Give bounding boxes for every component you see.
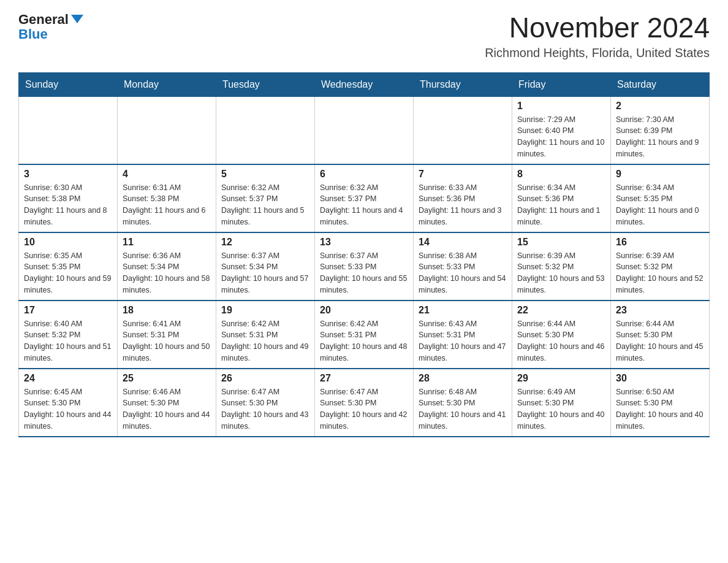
calendar-week-row: 10Sunrise: 6:35 AM Sunset: 5:35 PM Dayli…	[19, 232, 710, 301]
day-info: Sunrise: 6:50 AM Sunset: 5:30 PM Dayligh…	[616, 386, 704, 432]
calendar-cell: 30Sunrise: 6:50 AM Sunset: 5:30 PM Dayli…	[611, 369, 710, 437]
day-number: 29	[517, 373, 605, 384]
day-info: Sunrise: 6:33 AM Sunset: 5:36 PM Dayligh…	[419, 182, 507, 228]
day-info: Sunrise: 6:35 AM Sunset: 5:35 PM Dayligh…	[24, 250, 112, 296]
day-info: Sunrise: 6:47 AM Sunset: 5:30 PM Dayligh…	[320, 386, 408, 432]
calendar-cell: 18Sunrise: 6:41 AM Sunset: 5:31 PM Dayli…	[118, 301, 216, 369]
day-info: Sunrise: 6:46 AM Sunset: 5:30 PM Dayligh…	[123, 386, 211, 432]
calendar-cell: 3Sunrise: 6:30 AM Sunset: 5:38 PM Daylig…	[19, 164, 118, 232]
calendar-cell: 23Sunrise: 6:44 AM Sunset: 5:30 PM Dayli…	[611, 301, 710, 369]
calendar-cell: 11Sunrise: 6:36 AM Sunset: 5:34 PM Dayli…	[118, 232, 216, 301]
calendar-cell: 16Sunrise: 6:39 AM Sunset: 5:32 PM Dayli…	[611, 232, 710, 301]
day-number: 4	[123, 169, 211, 180]
day-of-week-header: Saturday	[611, 72, 710, 96]
calendar-cell: 17Sunrise: 6:40 AM Sunset: 5:32 PM Dayli…	[19, 301, 118, 369]
day-number: 14	[419, 237, 507, 248]
day-info: Sunrise: 6:49 AM Sunset: 5:30 PM Dayligh…	[517, 386, 605, 432]
day-number: 11	[123, 237, 211, 248]
day-number: 24	[24, 373, 112, 384]
day-number: 30	[616, 373, 704, 384]
day-number: 19	[221, 305, 309, 316]
calendar-cell: 15Sunrise: 6:39 AM Sunset: 5:32 PM Dayli…	[512, 232, 611, 301]
calendar-cell: 2Sunrise: 7:30 AM Sunset: 6:39 PM Daylig…	[611, 96, 710, 164]
day-number: 13	[320, 237, 408, 248]
day-of-week-header: Tuesday	[216, 72, 315, 96]
day-info: Sunrise: 6:42 AM Sunset: 5:31 PM Dayligh…	[221, 318, 309, 364]
day-info: Sunrise: 6:38 AM Sunset: 5:33 PM Dayligh…	[419, 250, 507, 296]
day-info: Sunrise: 6:45 AM Sunset: 5:30 PM Dayligh…	[24, 386, 112, 432]
day-number: 2	[616, 101, 704, 112]
day-of-week-header: Friday	[512, 72, 611, 96]
calendar-body: 1Sunrise: 7:29 AM Sunset: 6:40 PM Daylig…	[19, 96, 710, 437]
day-number: 20	[320, 305, 408, 316]
day-info: Sunrise: 6:32 AM Sunset: 5:37 PM Dayligh…	[320, 182, 408, 228]
calendar-cell: 22Sunrise: 6:44 AM Sunset: 5:30 PM Dayli…	[512, 301, 611, 369]
calendar-cell	[315, 96, 414, 164]
calendar-cell	[118, 96, 216, 164]
page-subtitle: Richmond Heights, Florida, United States	[485, 46, 710, 60]
day-number: 27	[320, 373, 408, 384]
calendar-week-row: 3Sunrise: 6:30 AM Sunset: 5:38 PM Daylig…	[19, 164, 710, 232]
day-number: 21	[419, 305, 507, 316]
day-number: 22	[517, 305, 605, 316]
calendar-cell: 9Sunrise: 6:34 AM Sunset: 5:35 PM Daylig…	[611, 164, 710, 232]
day-number: 23	[616, 305, 704, 316]
calendar-week-row: 1Sunrise: 7:29 AM Sunset: 6:40 PM Daylig…	[19, 96, 710, 164]
day-number: 9	[616, 169, 704, 180]
day-info: Sunrise: 6:37 AM Sunset: 5:33 PM Dayligh…	[320, 250, 408, 296]
calendar-cell: 28Sunrise: 6:48 AM Sunset: 5:30 PM Dayli…	[414, 369, 512, 437]
day-number: 7	[419, 169, 507, 180]
day-number: 25	[123, 373, 211, 384]
calendar-cell: 24Sunrise: 6:45 AM Sunset: 5:30 PM Dayli…	[19, 369, 118, 437]
day-info: Sunrise: 6:48 AM Sunset: 5:30 PM Dayligh…	[419, 386, 507, 432]
day-number: 26	[221, 373, 309, 384]
logo-triangle-icon	[71, 15, 83, 23]
calendar-week-row: 17Sunrise: 6:40 AM Sunset: 5:32 PM Dayli…	[19, 301, 710, 369]
logo: General Blue	[18, 12, 83, 42]
day-number: 16	[616, 237, 704, 248]
calendar-cell: 26Sunrise: 6:47 AM Sunset: 5:30 PM Dayli…	[216, 369, 315, 437]
calendar-week-row: 24Sunrise: 6:45 AM Sunset: 5:30 PM Dayli…	[19, 369, 710, 437]
day-number: 17	[24, 305, 112, 316]
calendar-cell: 13Sunrise: 6:37 AM Sunset: 5:33 PM Dayli…	[315, 232, 414, 301]
calendar-header: SundayMondayTuesdayWednesdayThursdayFrid…	[19, 72, 710, 96]
day-number: 15	[517, 237, 605, 248]
day-of-week-header: Thursday	[414, 72, 512, 96]
day-info: Sunrise: 6:44 AM Sunset: 5:30 PM Dayligh…	[517, 318, 605, 364]
calendar-cell: 14Sunrise: 6:38 AM Sunset: 5:33 PM Dayli…	[414, 232, 512, 301]
day-info: Sunrise: 6:40 AM Sunset: 5:32 PM Dayligh…	[24, 318, 112, 364]
calendar-cell	[216, 96, 315, 164]
day-info: Sunrise: 6:30 AM Sunset: 5:38 PM Dayligh…	[24, 182, 112, 228]
calendar-cell: 19Sunrise: 6:42 AM Sunset: 5:31 PM Dayli…	[216, 301, 315, 369]
calendar-cell: 27Sunrise: 6:47 AM Sunset: 5:30 PM Dayli…	[315, 369, 414, 437]
calendar-cell: 7Sunrise: 6:33 AM Sunset: 5:36 PM Daylig…	[414, 164, 512, 232]
page-title: November 2024	[485, 12, 710, 44]
day-number: 1	[517, 101, 605, 112]
day-info: Sunrise: 6:39 AM Sunset: 5:32 PM Dayligh…	[517, 250, 605, 296]
day-info: Sunrise: 6:39 AM Sunset: 5:32 PM Dayligh…	[616, 250, 704, 296]
day-info: Sunrise: 6:36 AM Sunset: 5:34 PM Dayligh…	[123, 250, 211, 296]
day-info: Sunrise: 7:30 AM Sunset: 6:39 PM Dayligh…	[616, 114, 704, 160]
day-number: 12	[221, 237, 309, 248]
day-number: 28	[419, 373, 507, 384]
day-info: Sunrise: 6:37 AM Sunset: 5:34 PM Dayligh…	[221, 250, 309, 296]
logo-blue-text: Blue	[18, 27, 83, 42]
day-number: 8	[517, 169, 605, 180]
day-info: Sunrise: 6:44 AM Sunset: 5:30 PM Dayligh…	[616, 318, 704, 364]
day-of-week-header: Sunday	[19, 72, 118, 96]
day-info: Sunrise: 6:34 AM Sunset: 5:36 PM Dayligh…	[517, 182, 605, 228]
calendar-cell: 4Sunrise: 6:31 AM Sunset: 5:38 PM Daylig…	[118, 164, 216, 232]
title-block: November 2024 Richmond Heights, Florida,…	[485, 12, 710, 60]
days-of-week-row: SundayMondayTuesdayWednesdayThursdayFrid…	[19, 72, 710, 96]
calendar-cell: 10Sunrise: 6:35 AM Sunset: 5:35 PM Dayli…	[19, 232, 118, 301]
calendar-cell: 20Sunrise: 6:42 AM Sunset: 5:31 PM Dayli…	[315, 301, 414, 369]
day-info: Sunrise: 6:34 AM Sunset: 5:35 PM Dayligh…	[616, 182, 704, 228]
day-info: Sunrise: 6:47 AM Sunset: 5:30 PM Dayligh…	[221, 386, 309, 432]
calendar-cell	[19, 96, 118, 164]
day-number: 3	[24, 169, 112, 180]
day-number: 6	[320, 169, 408, 180]
page-header: General Blue November 2024 Richmond Heig…	[18, 12, 710, 60]
calendar-cell: 21Sunrise: 6:43 AM Sunset: 5:31 PM Dayli…	[414, 301, 512, 369]
calendar-cell: 8Sunrise: 6:34 AM Sunset: 5:36 PM Daylig…	[512, 164, 611, 232]
day-of-week-header: Monday	[118, 72, 216, 96]
